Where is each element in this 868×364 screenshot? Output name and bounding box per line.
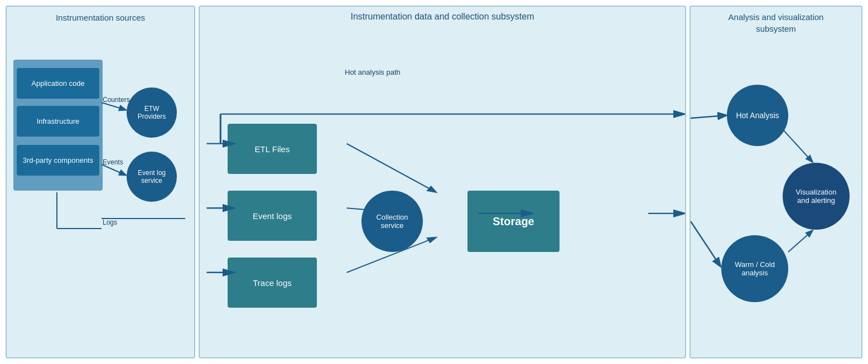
source-application-code: Application code <box>17 68 99 99</box>
panel-right: Analysis and visualizationsubsystem Hot … <box>689 6 862 358</box>
box-etl-files: ETL Files <box>228 124 317 174</box>
label-counters: Counters <box>103 96 130 104</box>
panel-instrumentation-sources: Instrumentation sources Application code… <box>6 6 195 358</box>
label-logs: Logs <box>103 219 117 226</box>
box-event-logs: Event logs <box>228 191 317 241</box>
source-infrastructure: Infrastructure <box>17 106 99 137</box>
svg-line-17 <box>783 129 812 162</box>
circle-visualization-alerting: Visualizationand alerting <box>783 163 850 230</box>
circle-hot-analysis: Hot Analysis <box>727 85 788 146</box>
panel-left-title: Instrumentation sources <box>7 12 194 23</box>
diagram-container: Instrumentation sources Application code… <box>0 0 868 364</box>
panel-right-title: Analysis and visualizationsubsystem <box>691 11 861 35</box>
svg-line-18 <box>788 231 812 252</box>
box-storage: Storage <box>467 191 560 252</box>
circle-warm-cold-analysis: Warm / Coldanalysis <box>721 235 788 302</box>
circle-collection-service: Collectionservice <box>361 191 423 252</box>
svg-line-15 <box>691 115 726 118</box>
circle-event-log-service: Event logservice <box>127 152 177 202</box>
svg-line-8 <box>346 144 435 192</box>
panel-middle-title: Instrumentation data and collection subs… <box>200 11 685 23</box>
svg-line-16 <box>691 221 720 266</box>
box-trace-logs: Trace logs <box>228 258 317 308</box>
label-hot-analysis-path: Hot analysis path <box>345 68 401 76</box>
circle-etw-providers: ETWProviders <box>127 88 177 138</box>
source-3rd-party: 3rd-party components <box>17 145 99 176</box>
label-events: Events <box>103 158 123 166</box>
panel-middle: Instrumentation data and collection subs… <box>199 6 686 358</box>
